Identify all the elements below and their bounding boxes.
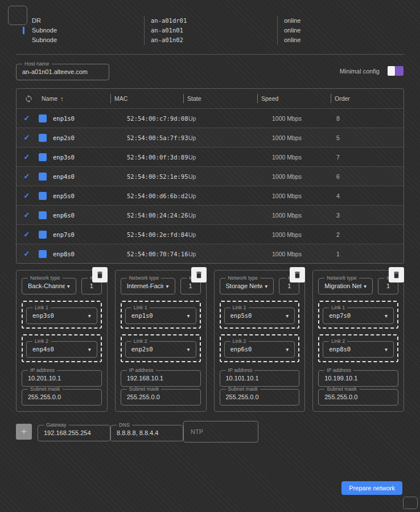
minimal-config-toggle[interactable]	[388, 66, 403, 76]
link1-select[interactable]: Link 1 enp3s0▾	[26, 305, 97, 324]
count-value[interactable]: 1	[384, 281, 392, 294]
dns-field[interactable]: DNS 8.8.8.8, 8.8.4.4	[110, 423, 183, 441]
network-type-select[interactable]: Network type Back-Channel Net...▾	[22, 276, 76, 294]
link1-dropzone[interactable]: Link 1 enp1s0▾	[121, 301, 201, 329]
subnet-mask-field[interactable]: Subnet mask 255.255.0.0	[121, 387, 201, 405]
ip-address-field[interactable]: IP address 192.168.10.1	[121, 368, 201, 387]
cell-state: Up	[183, 115, 257, 122]
link2-dropzone[interactable]: Link 2 enp6s0▾	[220, 334, 300, 362]
prepare-network-button[interactable]: Prepare network	[341, 481, 402, 495]
add-network-button[interactable]: +	[16, 424, 32, 440]
ip-address-field[interactable]: IP address 10.201.10.1	[22, 368, 102, 387]
subnet-mask-value[interactable]: 255.255.0.0	[127, 392, 195, 405]
ip-address-value[interactable]: 192.168.10.1	[127, 373, 195, 386]
link1-label: Link 1	[131, 305, 150, 310]
link2-value: enp2s0	[131, 346, 153, 353]
gateway-row: + Gateway 192.168.255.254 DNS 8.8.8.8, 8…	[16, 421, 404, 443]
ip-address-field[interactable]: IP address 10.199.10.1	[318, 368, 398, 387]
interface-name: enp8s0	[53, 251, 75, 257]
table-row: ✓ enp2s0 52:54:00:5a:7f:93 Up 1000 Mbps …	[17, 128, 403, 147]
delete-network-button[interactable]	[389, 267, 404, 282]
host-name-field[interactable]: Host name an-a01n01.alteeve.com	[16, 62, 109, 80]
node-item-subnode-2[interactable]: Subnode	[23, 35, 144, 45]
row-checkbox[interactable]: ✓	[17, 114, 37, 122]
network-type-select[interactable]: Network type Storage Network▾	[220, 276, 274, 294]
delete-network-button[interactable]	[191, 267, 207, 282]
color-swatch	[39, 134, 47, 142]
subnet-mask-label: Subnet mask	[226, 387, 261, 392]
subnet-mask-value[interactable]: 255.255.0.0	[28, 392, 96, 405]
link2-dropzone[interactable]: Link 2 enp4s0▾	[22, 334, 102, 362]
link2-dropzone[interactable]: Link 2 enp2s0▾	[121, 334, 201, 362]
interface-name: enp5s0	[53, 192, 75, 199]
count-value[interactable]: 1	[187, 281, 195, 294]
ip-address-field[interactable]: IP address 10.101.10.1	[220, 368, 300, 387]
column-header-order[interactable]: Order	[331, 95, 403, 102]
dns-label: DNS	[117, 423, 132, 428]
gateway-value[interactable]: 192.168.255.254	[44, 428, 104, 441]
column-header-name[interactable]: Name ↑	[37, 95, 110, 102]
link1-select[interactable]: Link 1 enp1s0▾	[125, 305, 196, 324]
ip-address-value[interactable]: 10.201.10.1	[28, 373, 96, 386]
row-checkbox[interactable]: ✓	[17, 230, 37, 239]
delete-network-button[interactable]	[92, 267, 108, 282]
column-header-state[interactable]: State	[183, 95, 257, 102]
gateway-field[interactable]: Gateway 192.168.255.254	[38, 423, 110, 441]
ip-address-value[interactable]: 10.101.10.1	[226, 373, 294, 386]
interface-name: enp1s0	[53, 115, 75, 122]
row-checkbox[interactable]: ✓	[17, 153, 37, 161]
link2-select[interactable]: Link 2 enp8s0▾	[323, 339, 394, 358]
link2-dropzone[interactable]: Link 2 enp8s0▾	[318, 334, 398, 362]
row-checkbox[interactable]: ✓	[17, 172, 37, 181]
dns-value[interactable]: 8.8.8.8, 8.8.4.4	[117, 428, 177, 441]
trash-icon	[293, 271, 302, 279]
cell-state: Up	[183, 231, 257, 238]
sync-button[interactable]	[17, 95, 37, 103]
link1-select[interactable]: Link 1 enp7s0▾	[323, 305, 394, 324]
subnet-mask-field[interactable]: Subnet mask 255.255.0.0	[318, 387, 398, 405]
link1-dropzone[interactable]: Link 1 enp3s0▾	[22, 301, 102, 329]
column-header-mac[interactable]: MAC	[110, 95, 183, 102]
cell-order: 3	[331, 212, 403, 219]
network-type-select[interactable]: Network type Internet-Facing...▾	[121, 276, 175, 294]
ip-address-value[interactable]: 10.199.10.1	[324, 373, 392, 386]
column-header-speed[interactable]: Speed	[257, 95, 331, 102]
card-header: Network type Internet-Facing...▾ # 1	[121, 276, 201, 294]
link1-select[interactable]: Link 1 enp5s0▾	[224, 305, 295, 324]
collapse-corner-button[interactable]	[403, 497, 418, 509]
network-initialize-page: DR Subnode Subnode an-a01dr01 an-a01n01 …	[0, 0, 420, 512]
link2-value: enp4s0	[32, 346, 54, 353]
link1-dropzone[interactable]: Link 1 enp7s0▾	[318, 301, 398, 329]
link2-select[interactable]: Link 2 enp4s0▾	[26, 339, 97, 358]
ip-address-label: IP address	[226, 368, 255, 373]
subnet-mask-field[interactable]: Subnet mask 255.255.0.0	[220, 387, 300, 405]
link2-select[interactable]: Link 2 enp2s0▾	[125, 339, 196, 358]
ntp-field[interactable]: NTP	[183, 421, 258, 443]
count-value[interactable]: 1	[285, 281, 293, 294]
link2-select[interactable]: Link 2 enp6s0▾	[224, 339, 295, 358]
host-name-label: Host name	[22, 62, 52, 67]
node-item-subnode-1[interactable]: Subnode	[23, 26, 144, 35]
row-checkbox[interactable]: ✓	[17, 191, 37, 200]
delete-network-button[interactable]	[290, 267, 305, 282]
row-checkbox[interactable]: ✓	[17, 249, 37, 258]
link2-label: Link 2	[131, 339, 150, 344]
row-checkbox[interactable]: ✓	[17, 133, 37, 142]
subnet-mask-field[interactable]: Subnet mask 255.255.0.0	[22, 387, 102, 405]
network-type-select[interactable]: Network type Migration Netw...▾	[318, 276, 373, 294]
cell-speed: 1000 Mbps	[257, 251, 331, 257]
cell-order: 4	[331, 192, 403, 199]
cell-mac: 52:54:00:24:24:26	[110, 212, 183, 219]
row-checkbox[interactable]: ✓	[17, 211, 37, 219]
subnet-mask-value[interactable]: 255.255.0.0	[226, 392, 294, 405]
link1-label: Link 1	[230, 305, 249, 310]
cell-name: enp4s0	[37, 173, 110, 181]
subnet-mask-value[interactable]: 255.255.0.0	[324, 392, 392, 405]
table-header-row: Name ↑ MAC State Speed Order	[17, 89, 403, 108]
cell-state: Up	[183, 134, 257, 141]
cell-speed: 1000 Mbps	[257, 115, 331, 122]
node-item-dr[interactable]: DR	[23, 16, 144, 26]
link1-dropzone[interactable]: Link 1 enp5s0▾	[220, 301, 300, 329]
host-name-value[interactable]: an-a01n01.alteeve.com	[22, 67, 103, 80]
count-value[interactable]: 1	[88, 281, 96, 294]
